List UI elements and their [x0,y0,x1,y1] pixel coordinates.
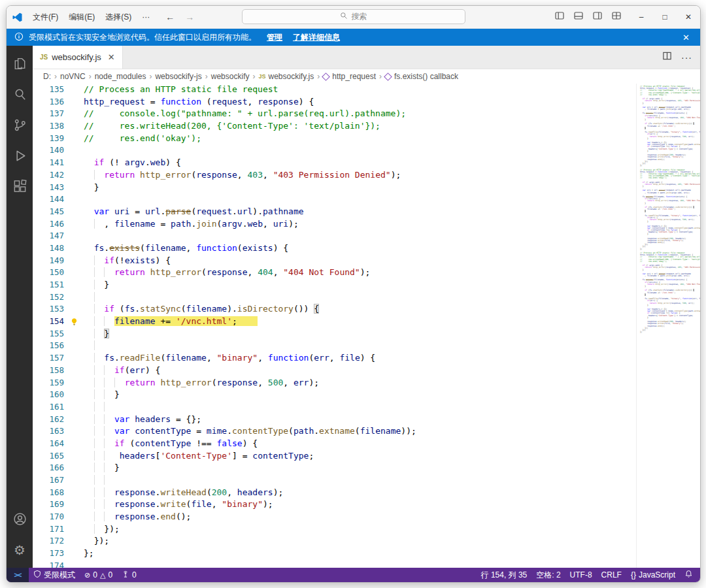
code-line[interactable]: 172 }); [33,535,636,547]
vscode-logo-icon [7,12,27,23]
breadcrumb-item[interactable]: http_request [323,72,376,81]
close-button[interactable]: ✕ [677,6,700,28]
code-line[interactable]: 137// console.log("pathname: " + url.par… [33,108,636,120]
code-editor[interactable]: 135// Process an HTTP static file reques… [33,84,636,568]
customize-layout-icon[interactable] [611,10,622,24]
code-line[interactable]: 159 return http_error(response, 500, err… [33,377,636,389]
indentation[interactable]: 空格: 2 [531,568,565,582]
code-line[interactable]: 150 return http_error(response, 404, "40… [33,267,636,279]
code-line[interactable]: 164 if (contentType !== false) { [33,438,636,450]
code-line-text: var contentType = mime.contentType(path.… [84,425,416,438]
explorer-icon[interactable] [7,48,33,79]
code-line[interactable]: 144 [33,193,636,206]
toggle-panel-icon[interactable] [573,10,584,24]
breadcrumb-item[interactable]: JSwebsockify.js [258,72,314,81]
cursor-position[interactable]: 行 154, 列 35 [477,568,532,582]
code-line[interactable]: 149 if(!exists) { [33,255,636,267]
code-line[interactable]: 135// Process an HTTP static file reques… [33,84,636,96]
code-line[interactable]: 160 } [33,389,636,401]
code-line[interactable]: 163 var contentType = mime.contentType(p… [33,425,636,438]
run-and-debug-icon[interactable] [7,140,33,171]
code-line-text: // res.end('okay'); [84,133,201,145]
breadcrumb-item[interactable]: noVNC [60,72,86,81]
code-line[interactable]: 153 if (fs.statSync(filename).isDirector… [33,303,636,316]
breadcrumb-item[interactable]: D: [43,72,51,81]
code-line[interactable]: 158 if(err) { [33,365,636,377]
code-line[interactable]: 166 } [33,462,636,474]
code-line[interactable]: 136http_request = function (request, res… [33,96,636,108]
ports-indicator[interactable]: 0 [117,568,141,582]
minimap[interactable]: // Process an HTTP static file requestht… [636,84,700,568]
restricted-mode-indicator[interactable]: 受限模式 [29,568,80,582]
menu-item-2[interactable]: 选择(S) [100,6,137,28]
search-sidebar-icon[interactable] [7,79,33,110]
remote-indicator[interactable]: >< [7,568,29,582]
maximize-button[interactable]: □ [653,6,677,28]
code-line[interactable]: 151 } [33,279,636,291]
code-line[interactable]: 154 filename += '/vnc.html'; [33,316,636,328]
more-actions-icon[interactable]: ··· [681,52,692,63]
toggle-secondary-sidebar-icon[interactable] [592,10,603,24]
lightbulb-icon[interactable] [64,316,84,328]
minimap-line [640,333,700,335]
code-line[interactable]: 169 response.write(file, "binary"); [33,498,636,511]
code-line[interactable]: 165 headers['Content-Type'] = contentTyp… [33,450,636,463]
glyph-margin [64,303,84,316]
code-line-text: if(!exists) { [84,255,171,267]
code-line[interactable]: 168 response.writeHead(200, headers); [33,487,636,499]
code-line[interactable]: 147 [33,230,636,242]
toggle-primary-sidebar-icon[interactable] [554,10,565,24]
learn-more-link[interactable]: 了解详细信息 [293,32,340,43]
breadcrumb-item[interactable]: node_modules [95,72,146,81]
minimap-line: return http_error(response, 404, "404 No… [640,200,700,202]
code-line-text: var uri = url.parse(request.url).pathnam… [84,206,304,218]
extensions-icon[interactable] [7,171,33,202]
code-line[interactable]: 143 } [33,182,636,194]
line-number: 174 [33,560,64,568]
breadcrumb-item[interactable]: websockify [211,72,250,81]
code-line[interactable]: 173}; [33,547,636,560]
glyph-margin [64,279,84,291]
code-line[interactable]: 140 [33,144,636,157]
breadcrumb-item[interactable]: websockify-js [155,72,201,81]
code-line[interactable]: 156 [33,340,636,352]
code-line[interactable]: 161 [33,401,636,414]
menu-item-1[interactable]: 编辑(E) [63,6,100,28]
navigate-back-button[interactable]: ← [165,12,175,22]
banner-close-icon[interactable]: ✕ [680,33,692,42]
menu-item-3[interactable]: ··· [137,6,155,28]
code-line[interactable]: 167 [33,474,636,487]
code-line[interactable]: 170 response.end(); [33,511,636,523]
code-line[interactable]: 155 } [33,328,636,340]
code-line[interactable]: 139// res.end('okay'); [33,133,636,145]
code-line[interactable]: 171 }); [33,523,636,536]
menu-item-0[interactable]: 文件(F) [27,6,63,28]
code-line[interactable]: 174 [33,560,636,568]
notifications-bell[interactable] [680,568,698,582]
code-line[interactable]: 152 [33,291,636,304]
navigate-forward-button[interactable]: → [185,12,194,22]
breadcrumb-item[interactable]: fs.exists() callback [385,72,458,81]
code-line[interactable]: 141 if (! argv.web) { [33,157,636,169]
tab-websockify-js[interactable]: JS websockify.js ✕ [33,46,123,69]
split-editor-icon[interactable] [662,51,672,63]
account-icon[interactable] [7,504,33,534]
glyph-margin [64,547,84,560]
manage-link[interactable]: 管理 [267,32,282,43]
settings-gear-icon[interactable]: ⚙ [7,534,33,565]
code-line[interactable]: 162 var headers = {}; [33,414,636,426]
code-line[interactable]: 138// res.writeHead(200, {'Content-Type'… [33,120,636,133]
problems-indicator[interactable]: ⊘ 0 △ 0 [80,568,117,582]
code-line[interactable]: 146 , filename = path.join(argv.web, uri… [33,218,636,231]
command-center-search[interactable]: 搜索 [242,9,465,24]
code-line[interactable]: 148 fs.exists(filename, function(exists)… [33,242,636,255]
minimize-button[interactable]: – [630,6,653,28]
code-line[interactable]: 157 fs.readFile(filename, "binary", func… [33,352,636,365]
encoding[interactable]: UTF-8 [565,568,597,582]
code-line[interactable]: 142 return http_error(response, 403, "40… [33,169,636,182]
tab-close-icon[interactable]: ✕ [108,52,115,62]
language-mode[interactable]: {} JavaScript [626,568,680,582]
source-control-icon[interactable] [7,110,33,140]
code-line[interactable]: 145 var uri = url.parse(request.url).pat… [33,206,636,218]
eol[interactable]: CRLF [597,568,626,582]
